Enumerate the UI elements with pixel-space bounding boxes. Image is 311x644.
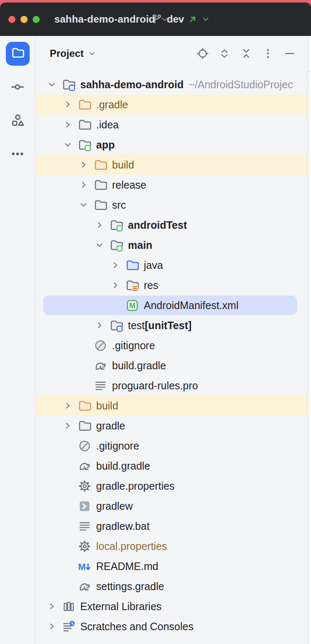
window-title: sahha-demo-android: [54, 13, 155, 25]
tool-window-stripe: [0, 36, 36, 644]
shell-icon: [78, 500, 91, 513]
folder-icon: [11, 46, 24, 61]
more-tool-windows-button[interactable]: [10, 148, 25, 162]
tree-row-src[interactable]: src: [36, 195, 307, 215]
tree-row-readme-md[interactable]: MREADME.md: [36, 556, 307, 576]
tree-row-label: release: [112, 179, 146, 191]
chevron-right-icon[interactable]: [110, 281, 126, 290]
project-tool-button[interactable]: [6, 42, 30, 66]
tree-row-label: build.gradle: [112, 360, 166, 372]
chevron-right-icon[interactable]: [46, 622, 62, 631]
tree-row-label: gradlew.bat: [96, 520, 150, 532]
tree-row-build[interactable]: build: [36, 155, 307, 175]
expand-all-icon: [219, 48, 230, 59]
tree-row-gitignore[interactable]: .gitignore: [36, 335, 307, 355]
chevron-down-icon[interactable]: [78, 200, 94, 210]
tree-row-label: build.gradle: [96, 460, 150, 472]
tree-row-app[interactable]: app: [36, 135, 307, 155]
tree-row-release[interactable]: release: [36, 175, 307, 195]
tree-row-res[interactable]: res: [36, 275, 307, 295]
tree-row-label: .gradle: [96, 99, 128, 111]
tree-row-androidmanifest-xml[interactable]: MAndroidManifest.xml: [36, 295, 307, 315]
tree-row-label: test: [128, 319, 145, 332]
chevron-right-icon[interactable]: [110, 261, 126, 270]
gradle-icon: [78, 580, 91, 593]
traffic-lights: [8, 16, 40, 23]
zoom-window-button[interactable]: [33, 16, 40, 23]
tree-row-sahha-demo-android[interactable]: sahha-demo-android~/AndroidStudioProjec: [36, 74, 307, 95]
tree-row-local-properties[interactable]: local.properties: [36, 536, 307, 556]
tree-row-gradlew-bat[interactable]: gradlew.bat: [36, 516, 307, 536]
folder-res-icon: [126, 279, 139, 292]
collapse-all-icon: [240, 48, 252, 59]
more-icon: [10, 147, 25, 163]
chevron-right-icon[interactable]: [62, 401, 78, 410]
select-opened-file-button[interactable]: [197, 48, 209, 59]
tree-row-androidtest[interactable]: androidTest: [36, 215, 307, 235]
folder-badge-green-icon: [110, 239, 123, 252]
git-branch-widget[interactable]: dev: [151, 3, 210, 36]
structure-icon: [10, 113, 25, 129]
chevron-right-icon[interactable]: [78, 180, 94, 189]
chevron-down-icon[interactable]: [46, 80, 62, 89]
tree-row-idea[interactable]: .idea: [36, 115, 307, 135]
close-window-button[interactable]: [8, 16, 15, 23]
tree-row-gradle[interactable]: gradle: [36, 416, 307, 436]
tree-row-label: androidTest: [128, 219, 187, 231]
tree-row-label: src: [112, 199, 126, 211]
gear-icon: [78, 480, 91, 493]
chevron-down-icon[interactable]: [62, 140, 78, 149]
chevron-down-icon[interactable]: [88, 49, 96, 58]
gradle-icon: [94, 359, 107, 372]
tree-row-label: sahha-demo-android: [80, 79, 184, 91]
tree-row-label: proguard-rules.pro: [112, 380, 198, 392]
tree-row-proguard-rules-pro[interactable]: proguard-rules.pro: [36, 376, 307, 396]
chevron-right-icon[interactable]: [94, 220, 110, 230]
structure-tool-button[interactable]: [10, 114, 25, 128]
tree-row-java[interactable]: java: [36, 255, 307, 275]
project-view-dropdown[interactable]: Project: [50, 48, 84, 59]
chevron-right-icon[interactable]: [62, 100, 78, 109]
chevron-right-icon[interactable]: [94, 321, 110, 330]
branch-name: dev: [167, 13, 184, 25]
tree-row-main[interactable]: main: [36, 235, 307, 255]
tree-row-label: AndroidManifest.xml: [144, 299, 238, 312]
gradle-icon: [78, 460, 91, 473]
chevron-right-icon[interactable]: [62, 421, 78, 430]
commit-tool-button[interactable]: [10, 81, 25, 95]
tree-row-label: local.properties: [96, 540, 167, 552]
tree-row-gradlew[interactable]: gradlew: [36, 496, 307, 516]
chevron-right-icon[interactable]: [78, 160, 94, 169]
tree-row-label: Scratches and Consoles: [80, 621, 194, 633]
chevron-right-icon[interactable]: [62, 120, 78, 129]
text-file-icon: [94, 379, 107, 392]
tree-row-gitignore[interactable]: .gitignore: [36, 436, 307, 456]
scratches-icon: [62, 620, 75, 633]
tree-row-settings-gradle[interactable]: settings.gradle: [36, 576, 307, 596]
libraries-icon: [62, 600, 75, 613]
folder-icon: [78, 419, 91, 432]
tree-row-scratches-and-consoles[interactable]: Scratches and Consoles: [36, 616, 307, 636]
tree-row-build[interactable]: build: [36, 396, 307, 416]
minimize-window-button[interactable]: [20, 16, 28, 23]
svg-text:M: M: [78, 562, 86, 572]
folder-orange-icon: [94, 158, 107, 171]
chevron-right-icon[interactable]: [46, 602, 62, 611]
tree-row-label: gradle: [96, 420, 125, 432]
window-titlebar: sahha-demo-android dev: [0, 0, 311, 36]
collapse-all-button[interactable]: [240, 48, 252, 59]
tree-row-build-gradle[interactable]: build.gradle: [36, 355, 307, 376]
tree-row-test[interactable]: test [unitTest]: [36, 315, 307, 335]
tree-row-build-gradle[interactable]: build.gradle: [36, 456, 307, 476]
folder-icon: [94, 179, 107, 192]
expand-all-button[interactable]: [219, 48, 230, 59]
chevron-down-icon[interactable]: [94, 240, 110, 250]
tree-row-gradle[interactable]: .gradle: [36, 95, 307, 115]
tree-row-gradle-properties[interactable]: gradle.properties: [36, 476, 307, 496]
commit-icon: [11, 80, 24, 95]
text-file-icon: [78, 520, 91, 533]
tree-row-external-libraries[interactable]: External Libraries: [36, 596, 307, 616]
tree-row-label: build: [96, 400, 118, 412]
panel-options-button[interactable]: [262, 48, 274, 59]
hide-panel-button[interactable]: [284, 48, 296, 59]
